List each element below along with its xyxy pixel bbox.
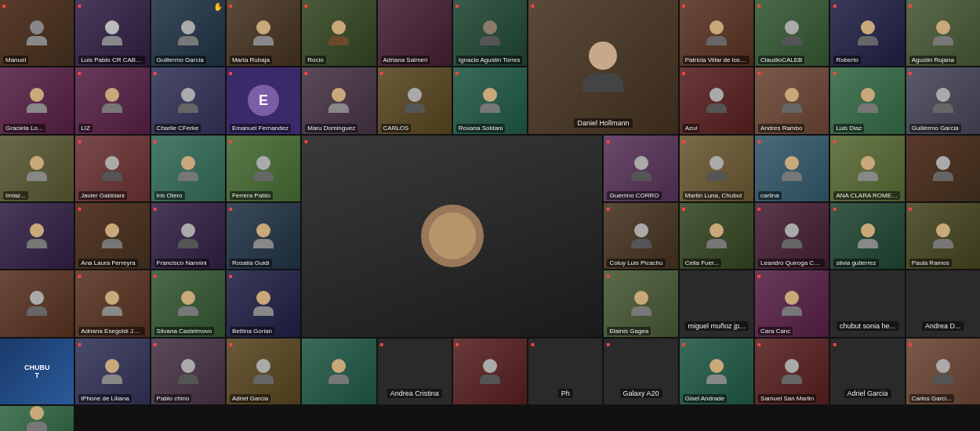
tile-silvia: ■ silvia gutierrez (830, 203, 904, 269)
tile-roxana: ■ Roxana Soldani (453, 67, 527, 133)
tile-charlie: ■ Charlie CFerke (151, 67, 225, 133)
tile-empty-r6-6: ■ (453, 339, 527, 404)
tile-cara-canc: ■ Cara Canc (755, 270, 829, 336)
tile-claudio: ■ ClaudioCALEB (755, 0, 829, 66)
tile-iphone-liliana: ■ iPhone de Liliana (75, 339, 149, 404)
tile-empty-r6-4 (302, 339, 376, 404)
tile-samuel: ■ Samuel San Martin (755, 339, 829, 404)
tile-ferrera: ■ Ferrera Pablo (227, 136, 300, 201)
tile-miguel-munoz: miguel muñoz jp... (680, 270, 753, 336)
tile-empty-r4-13 (0, 270, 74, 336)
tile-pablo: ■ Luis Pablo CR CABREO (75, 0, 149, 66)
video-grid: ■ Manuel ■ Luis Pablo CR CABREO ✋ Guille… (0, 0, 980, 431)
tile-maru: ■ Maru Dominguez (302, 67, 376, 133)
tile-rocio: ■ Rocio (302, 0, 376, 66)
tile-gisel: ■ Gisel Andrade (680, 339, 753, 404)
tile-carlina: ■ carlina (755, 136, 829, 201)
tile-guerrino: ■ Guerrino CORRO (604, 136, 677, 201)
tile-leandro: ■ Leandro Quiroga Chubut (755, 203, 829, 269)
tile-luis-diaz: ■ Luis Diaz (830, 67, 904, 133)
tile-imlaz: Imlaz... (0, 136, 74, 201)
tile-adriel: ■ Adriel Garcia (227, 339, 300, 404)
cristian-austin-label: Adriel Garcia (844, 389, 891, 398)
tile-pablo-chino: ■ Pablo chino (151, 339, 225, 404)
tile-martin-luna: ■ Martin Luna, Chubut (680, 136, 753, 201)
tile-guillermo: ✋ Guillermo Garcia (151, 0, 225, 66)
tile-ana-clara: ■ ANA CLARA ROMERO (830, 136, 904, 201)
tile-agustin: ■ Agustin Rujana (906, 0, 980, 66)
tile-adriana-e: ■ Adriana Esegoldi JPC CR (75, 270, 149, 336)
tile-graciela: Graciela Lo... (0, 67, 74, 133)
tile-francisco: ■ Francisco Nannini (151, 203, 225, 269)
tile-guillermo2: ■ Guillermo Garcia (906, 67, 980, 133)
tile-andrea-d: Andrea D... (906, 270, 980, 336)
tile-ph: Ph ■ (528, 339, 602, 404)
participant-name: Manuel (3, 56, 28, 64)
tile-paula: ■ Paula Ramos (906, 203, 980, 269)
tile-silvana: ■ Silvana Castelmovo (151, 270, 225, 336)
tile-empty-r3-12 (906, 136, 980, 201)
tile-emanuel: E ■ Emanuel Fernandez (227, 67, 300, 133)
tile-liz: ■ LIZ (75, 67, 149, 133)
tile-andrea-cristina: Andrea Cristina ■ (378, 339, 452, 404)
tile-manuel: ■ Manuel (0, 0, 74, 66)
tile-bettina: ■ Bettina Gorian (227, 270, 300, 336)
tile-cristian-austin: Adriel Garcia ■ (830, 339, 904, 404)
tile-carlos-garcia: ■ Carlos Garci... (906, 339, 980, 404)
tile-empty-r6-13 (0, 406, 74, 431)
tile-marta: ■ Marta Rubaja (227, 0, 300, 66)
tile-elainis: ■ Elainis Gagea (604, 270, 677, 336)
tile-carlos: ■ CARLOS (378, 67, 452, 133)
tile-iris: ■ Iris Otero (151, 136, 225, 201)
tile-rosalia: ■ Rosalia Guidi (227, 203, 300, 269)
tile-daniel-hollmann: ■ Daniel Hollmann (528, 0, 678, 134)
tile-chubu-logo: CHUBUT (0, 339, 74, 404)
tile-chubut-sonia: chubut sonia he... (830, 270, 904, 336)
tile-azul: ■ Azul (680, 67, 753, 133)
tile-javier: ■ Javier Gabbiani (75, 136, 149, 201)
tile-main-speaker: ■ (302, 136, 602, 337)
tile-ignacio: ■ Ignacio Agustin Torres (453, 0, 527, 66)
tile-patricia: ■ Patricia Villar de los Santo... (680, 0, 753, 66)
tile-adriana: Adriana Salmeri (378, 0, 452, 66)
tile-celia-fuer: ■ Celia Fuer... (680, 203, 753, 269)
tile-andres-rambo: ■ Andres Rambo (755, 67, 829, 133)
tile-galaxy-a20: Galaxy A20 ■ (604, 339, 677, 404)
tile-ana-laura: ■ Ana Laura Ferreyra (75, 203, 149, 269)
tile-empty-r3-13 (0, 203, 74, 269)
tile-coluy: ■ Coluy Luis Picachu (604, 203, 677, 269)
tile-roberto: ■ Roberto (830, 0, 904, 66)
